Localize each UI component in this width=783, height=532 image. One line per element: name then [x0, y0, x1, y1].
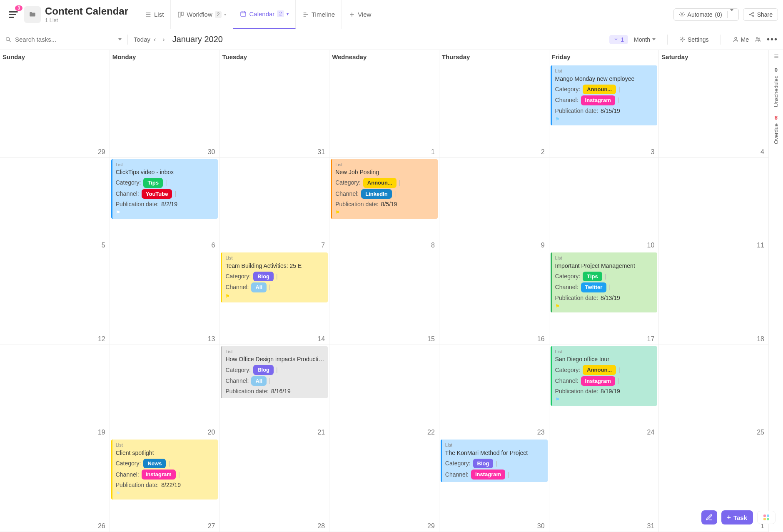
day-number: 5 [102, 242, 105, 249]
pub-date: 8/16/19 [271, 387, 291, 396]
filter-indicator[interactable]: 1 [609, 35, 628, 44]
pill: Tips [143, 178, 163, 188]
more-menu[interactable]: ••• [767, 35, 778, 44]
day-number: 30 [537, 522, 545, 530]
day-cell[interactable]: 11 [659, 158, 769, 251]
day-cell[interactable]: 5 [0, 158, 110, 251]
day-cell[interactable]: 18 [659, 251, 769, 345]
day-cell[interactable]: ListMango Monday new employeeCategory:An… [549, 64, 659, 157]
day-cell[interactable]: 10 [549, 158, 659, 251]
day-cell[interactable]: 2 [439, 64, 549, 157]
day-cell[interactable]: 15 [329, 251, 439, 345]
day-cell[interactable]: 23 [439, 345, 549, 438]
menu-icon [9, 11, 18, 18]
task-title: Important Project Management [555, 262, 654, 270]
task-list-label: List [225, 255, 324, 262]
next-month-button[interactable]: › [159, 36, 168, 43]
task-card[interactable]: ListClient spotlightCategory:News|Channe… [111, 440, 218, 500]
prev-month-button[interactable]: ‹ [150, 36, 159, 43]
view-workflow[interactable]: Workflow 2 ▾ [171, 0, 233, 29]
day-cell[interactable]: ListSan Diego office tourCategory:Announ… [549, 345, 659, 438]
apps-button[interactable] [757, 511, 776, 524]
chevron-down-icon [727, 11, 733, 18]
calendar-toolbar: Today ‹ › January 2020 1 Month Settings … [0, 29, 783, 50]
quick-note-button[interactable] [701, 510, 717, 525]
day-number: 31 [647, 522, 654, 530]
month-title: January 2020 [172, 35, 223, 44]
day-cell[interactable]: 13 [110, 251, 220, 345]
day-cell[interactable]: 31 [219, 64, 329, 157]
task-card[interactable]: ListTeam Building Activities: 25 ECatego… [221, 252, 328, 302]
day-number: 11 [757, 242, 764, 249]
task-title: Team Building Activities: 25 E [225, 262, 324, 270]
task-card[interactable]: ListMango Monday new employeeCategory:An… [551, 65, 658, 125]
pub-date: 8/5/19 [381, 200, 397, 209]
day-cell[interactable]: 19 [0, 345, 110, 438]
task-title: Client spotlight [116, 449, 215, 457]
day-number: 3 [651, 148, 654, 156]
task-list-label: List [335, 161, 434, 168]
day-cell[interactable]: 12 [0, 251, 110, 345]
me-filter[interactable]: Me [733, 36, 749, 43]
day-cell[interactable]: 4 [659, 64, 769, 157]
day-cell[interactable]: 22 [329, 345, 439, 438]
pill: Instagram [142, 470, 176, 480]
day-cell[interactable]: 1 [329, 64, 439, 157]
folder-icon[interactable] [24, 6, 41, 23]
view-label: Timeline [312, 11, 335, 18]
view-list[interactable]: List [138, 0, 171, 29]
task-card[interactable]: ListThe KonMari Method for ProjectCatego… [441, 440, 548, 482]
automate-button[interactable]: Automate (0) [673, 8, 739, 21]
period-dropdown[interactable]: Month [634, 36, 656, 43]
pill: Blog [253, 365, 274, 375]
overdue-panel[interactable]: Overdue 8 [773, 115, 779, 144]
menu-button[interactable]: 3 [5, 6, 22, 23]
add-task-button[interactable]: + Task [721, 510, 753, 525]
day-cell[interactable]: 20 [110, 345, 220, 438]
day-cell[interactable]: 29 [329, 438, 439, 532]
search-input[interactable] [15, 36, 90, 43]
task-card[interactable]: ListNew Job PostingCategory:Announ...|Ch… [331, 159, 438, 219]
share-button[interactable]: Share [743, 8, 778, 21]
day-cell[interactable]: ListTeam Building Activities: 25 ECatego… [219, 251, 329, 345]
unscheduled-panel[interactable]: Unscheduled 0 [773, 67, 779, 107]
day-cell[interactable]: ListThe KonMari Method for ProjectCatego… [439, 438, 549, 532]
flag-icon: ⚑ [225, 292, 324, 300]
day-cell[interactable]: ListClickTips video - inboxCategory:Tips… [110, 158, 220, 251]
day-cell[interactable]: ListClient spotlightCategory:News|Channe… [110, 438, 220, 532]
day-cell[interactable]: ListImportant Project ManagementCategory… [549, 251, 659, 345]
day-cell[interactable]: 25 [659, 345, 769, 438]
people-button[interactable] [755, 36, 761, 42]
task-card[interactable]: ListClickTips video - inboxCategory:Tips… [111, 159, 218, 219]
view-timeline[interactable]: Timeline [296, 0, 342, 29]
day-cell[interactable]: 30 [110, 64, 220, 157]
list-icon[interactable] [773, 53, 779, 59]
notifications-badge: 3 [15, 5, 22, 11]
today-button[interactable]: Today [134, 36, 150, 43]
task-list-label: List [555, 67, 654, 75]
view-add[interactable]: View [342, 0, 378, 29]
day-cell[interactable]: 9 [439, 158, 549, 251]
filter-icon [613, 37, 618, 42]
day-cell[interactable]: ListHow Office Design impacts Productivi… [219, 345, 329, 438]
day-cell[interactable]: ListNew Job PostingCategory:Announ...|Ch… [329, 158, 439, 251]
chevron-down-icon[interactable] [118, 38, 122, 40]
day-cell[interactable]: 7 [219, 158, 329, 251]
day-cell[interactable]: 26 [0, 438, 110, 532]
day-cell[interactable]: 31 [549, 438, 659, 532]
app-header: 3 Content Calendar 1 List List Workflow … [0, 0, 783, 29]
task-card[interactable]: ListSan Diego office tourCategory:Announ… [551, 346, 658, 406]
fab-row: + Task [701, 510, 776, 525]
task-list-label: List [555, 348, 654, 355]
day-cell[interactable]: 16 [439, 251, 549, 345]
pub-date: 8/22/19 [161, 481, 181, 490]
filter-count: 1 [621, 36, 624, 43]
task-card[interactable]: ListHow Office Design impacts Productivi… [221, 346, 328, 399]
day-number: 29 [98, 148, 105, 156]
view-calendar[interactable]: Calendar 2 ▾ [233, 0, 296, 29]
settings-button[interactable]: Settings [679, 36, 709, 43]
task-card[interactable]: ListImportant Project ManagementCategory… [551, 252, 658, 312]
day-cell[interactable]: 28 [219, 438, 329, 532]
calendar-week: 5ListClickTips video - inboxCategory:Tip… [0, 158, 769, 252]
day-cell[interactable]: 29 [0, 64, 110, 157]
